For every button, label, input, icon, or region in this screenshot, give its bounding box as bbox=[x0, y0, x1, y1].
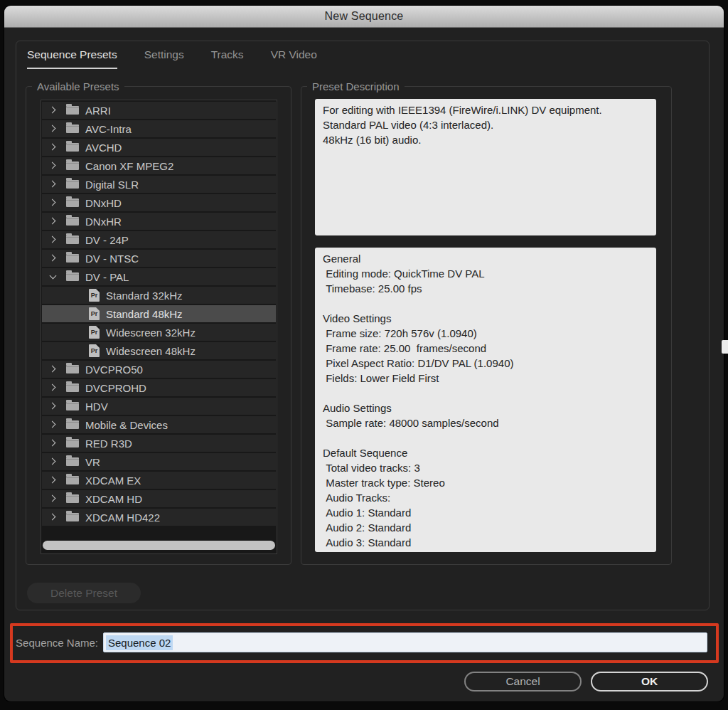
chevron-right-icon[interactable] bbox=[50, 366, 57, 373]
folder-icon bbox=[66, 439, 79, 447]
preset-folder-row[interactable]: DNxHD bbox=[42, 194, 276, 211]
folder-icon bbox=[66, 161, 79, 170]
folder-icon bbox=[66, 494, 79, 503]
tab-settings[interactable]: Settings bbox=[144, 48, 184, 69]
preset-item-label: Standard 32kHz bbox=[106, 290, 183, 302]
folder-icon bbox=[66, 420, 79, 429]
folder-icon bbox=[66, 235, 79, 244]
chevron-down-icon[interactable] bbox=[50, 273, 57, 280]
preset-item-row[interactable]: PrStandard 48kHz bbox=[42, 305, 276, 322]
chevron-right-icon[interactable] bbox=[50, 236, 57, 243]
preset-description-legend: Preset Description bbox=[307, 80, 405, 94]
folder-icon bbox=[66, 402, 79, 410]
dialog-title: New Sequence bbox=[325, 10, 404, 23]
chevron-right-icon[interactable] bbox=[50, 255, 57, 262]
premiere-preset-icon: Pr bbox=[89, 344, 100, 357]
preset-folder-label: DVCPRO50 bbox=[85, 364, 143, 376]
preset-folder-label: HDV bbox=[85, 401, 108, 413]
preset-item-label: Standard 48kHz bbox=[106, 308, 183, 320]
preset-folder-row[interactable]: VR bbox=[42, 453, 276, 470]
premiere-preset-icon: Pr bbox=[89, 326, 100, 339]
chevron-right-icon[interactable] bbox=[50, 107, 57, 114]
preset-folder-row[interactable]: RED R3D bbox=[42, 435, 276, 452]
tab-vr-video[interactable]: VR Video bbox=[271, 48, 317, 69]
preset-folder-row[interactable]: Canon XF MPEG2 bbox=[42, 157, 276, 174]
preset-summary-text: For editing with IEEE1394 (FireWire/i.LI… bbox=[315, 99, 656, 235]
preset-folder-label: XDCAM EX bbox=[85, 475, 141, 487]
preset-folder-row[interactable]: XDCAM EX bbox=[42, 472, 276, 489]
preset-folder-row[interactable]: HDV bbox=[42, 398, 276, 415]
folder-icon bbox=[66, 513, 79, 521]
preset-folder-label: DV - 24P bbox=[85, 234, 129, 246]
preset-folder-row[interactable]: DV - PAL bbox=[42, 268, 276, 285]
preset-folder-label: VR bbox=[85, 456, 100, 468]
chevron-right-icon[interactable] bbox=[50, 514, 57, 521]
folder-icon bbox=[66, 383, 79, 392]
preset-item-row[interactable]: PrStandard 32kHz bbox=[42, 287, 276, 304]
right-edge-scroll-artifact bbox=[722, 340, 728, 354]
delete-preset-button[interactable]: Delete Preset bbox=[27, 583, 141, 603]
chevron-right-icon[interactable] bbox=[50, 181, 57, 188]
preset-folder-label: XDCAM HD422 bbox=[85, 512, 160, 524]
preset-folder-label: Canon XF MPEG2 bbox=[85, 160, 173, 172]
chevron-right-icon[interactable] bbox=[50, 144, 57, 151]
preset-folder-row[interactable]: DV - NTSC bbox=[42, 250, 276, 267]
chevron-right-icon[interactable] bbox=[50, 458, 57, 465]
folder-icon bbox=[66, 124, 79, 133]
folder-icon bbox=[66, 180, 79, 189]
dialog-title-bar[interactable]: New Sequence bbox=[4, 6, 724, 28]
chevron-right-icon[interactable] bbox=[50, 440, 57, 447]
chevron-right-icon[interactable] bbox=[50, 125, 57, 132]
premiere-preset-icon: Pr bbox=[89, 289, 100, 302]
folder-icon bbox=[66, 254, 79, 263]
chevron-right-icon[interactable] bbox=[50, 199, 57, 206]
folder-icon bbox=[66, 365, 79, 373]
preset-details-text: General Editing mode: QuickTime DV PAL T… bbox=[315, 248, 656, 552]
horizontal-scrollbar-thumb[interactable] bbox=[43, 541, 275, 550]
ok-button[interactable]: OK bbox=[591, 672, 708, 692]
preset-folder-row[interactable]: Digital SLR bbox=[42, 176, 276, 193]
folder-icon bbox=[66, 143, 79, 152]
preset-folder-label: DVCPROHD bbox=[85, 382, 146, 394]
preset-folder-row[interactable]: DVCPRO50 bbox=[42, 361, 276, 378]
folder-icon bbox=[66, 217, 79, 226]
preset-item-label: Widescreen 48kHz bbox=[106, 345, 196, 357]
preset-tree: ARRIAVC-IntraAVCHDCanon XF MPEG2Digital … bbox=[41, 100, 277, 554]
chevron-right-icon[interactable] bbox=[50, 403, 57, 410]
preset-folder-label: ARRI bbox=[85, 105, 111, 117]
screenshot-root: New Sequence Sequence PresetsSettingsTra… bbox=[0, 0, 728, 710]
preset-folder-row[interactable]: XDCAM HD bbox=[42, 490, 276, 507]
available-presets-legend: Available Presets bbox=[32, 80, 124, 94]
preset-folder-row[interactable]: DV - 24P bbox=[42, 231, 276, 248]
cancel-button[interactable]: Cancel bbox=[464, 672, 582, 692]
sequence-name-input[interactable]: Sequence 02 bbox=[103, 632, 707, 652]
preset-folder-label: DV - PAL bbox=[85, 271, 129, 283]
preset-folder-label: AVCHD bbox=[85, 142, 122, 154]
preset-folder-row[interactable]: DNxHR bbox=[42, 213, 276, 230]
preset-item-label: Widescreen 32kHz bbox=[106, 327, 196, 339]
folder-icon bbox=[66, 272, 79, 281]
chevron-right-icon[interactable] bbox=[50, 218, 57, 225]
preset-folder-label: RED R3D bbox=[85, 438, 132, 450]
preset-folder-row[interactable]: XDCAM HD422 bbox=[42, 509, 276, 526]
preset-folder-label: XDCAM HD bbox=[85, 493, 142, 505]
tab-sequence-presets[interactable]: Sequence Presets bbox=[27, 48, 117, 69]
preset-item-row[interactable]: PrWidescreen 32kHz bbox=[42, 324, 276, 341]
chevron-right-icon[interactable] bbox=[50, 495, 57, 502]
chevron-right-icon[interactable] bbox=[50, 384, 57, 391]
preset-folder-row[interactable]: ARRI bbox=[42, 102, 276, 119]
preset-folder-row[interactable]: DVCPROHD bbox=[42, 379, 276, 396]
preset-folder-row[interactable]: AVC-Intra bbox=[42, 120, 276, 137]
chevron-right-icon[interactable] bbox=[50, 477, 57, 484]
folder-icon bbox=[66, 457, 79, 466]
chevron-right-icon[interactable] bbox=[50, 421, 57, 428]
tab-tracks[interactable]: Tracks bbox=[211, 48, 244, 69]
preset-folder-row[interactable]: Mobile & Devices bbox=[42, 416, 276, 433]
preset-item-row[interactable]: PrWidescreen 48kHz bbox=[42, 342, 276, 359]
folder-icon bbox=[66, 198, 79, 207]
preset-folder-label: DNxHD bbox=[85, 197, 122, 209]
preset-folder-label: AVC-Intra bbox=[85, 123, 132, 135]
sequence-name-label: Sequence Name: bbox=[14, 637, 98, 649]
preset-folder-row[interactable]: AVCHD bbox=[42, 139, 276, 156]
chevron-right-icon[interactable] bbox=[50, 162, 57, 169]
